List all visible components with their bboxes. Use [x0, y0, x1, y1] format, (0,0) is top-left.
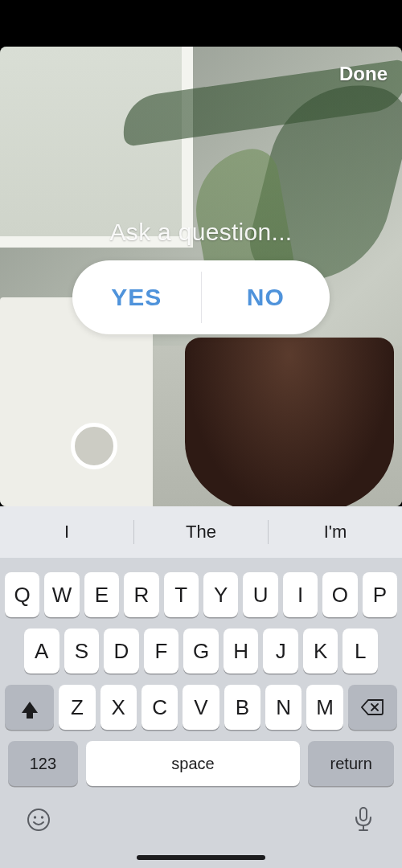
backspace-icon	[361, 699, 384, 715]
suggestion-item[interactable]: I'm	[269, 522, 402, 542]
key-x[interactable]: X	[100, 685, 137, 730]
key-y[interactable]: Y	[203, 572, 238, 617]
return-key[interactable]: return	[308, 741, 394, 786]
shift-key[interactable]	[5, 685, 54, 730]
suggestion-item[interactable]: The	[134, 522, 268, 542]
poll-sticker[interactable]: YES NO	[72, 260, 330, 334]
emoji-icon	[26, 807, 51, 833]
poll-question-input[interactable]: Ask a question...	[0, 219, 402, 246]
key-r[interactable]: R	[124, 572, 158, 617]
suggestion-bar: I The I'm	[0, 506, 402, 558]
done-button[interactable]: Done	[339, 63, 388, 85]
key-d[interactable]: D	[104, 628, 139, 674]
svg-point-2	[41, 816, 43, 818]
suggestion-item[interactable]: I	[0, 522, 133, 542]
key-u[interactable]: U	[243, 572, 277, 617]
key-t[interactable]: T	[164, 572, 199, 617]
key-i[interactable]: I	[283, 572, 318, 617]
key-v[interactable]: V	[183, 685, 219, 730]
key-k[interactable]: K	[303, 628, 338, 674]
key-h[interactable]: H	[224, 628, 259, 674]
home-indicator[interactable]	[137, 855, 265, 860]
backspace-key[interactable]	[348, 685, 397, 730]
key-b[interactable]: B	[224, 685, 260, 730]
color-picker-ring[interactable]	[71, 423, 117, 469]
key-a[interactable]: A	[24, 628, 59, 674]
key-g[interactable]: G	[183, 628, 219, 674]
key-f[interactable]: F	[144, 628, 179, 674]
keyboard-utility-row	[0, 796, 402, 844]
numeric-key[interactable]: 123	[8, 741, 78, 786]
key-c[interactable]: C	[142, 685, 178, 730]
key-s[interactable]: S	[64, 628, 100, 674]
poll-option-no[interactable]: NO	[202, 260, 330, 334]
svg-point-1	[34, 816, 36, 818]
poll-option-yes[interactable]: YES	[72, 260, 201, 334]
microphone-icon	[353, 806, 374, 833]
key-e[interactable]: E	[84, 572, 119, 617]
key-q[interactable]: Q	[5, 572, 39, 617]
keyboard-row-1: Q W E R T Y U I O P	[0, 572, 402, 617]
keyboard-row-2: A S D F G H J K L	[0, 628, 402, 674]
key-l[interactable]: L	[343, 628, 378, 674]
space-key[interactable]: space	[86, 741, 301, 786]
key-p[interactable]: P	[363, 572, 397, 617]
keyboard: I The I'm Q W E R T Y U I O P A S D F G …	[0, 506, 402, 868]
keyboard-row-3: Z X C V B N M	[0, 685, 402, 730]
screen: Done Ask a question... YES NO I The I'm …	[0, 0, 402, 868]
key-w[interactable]: W	[44, 572, 79, 617]
key-m[interactable]: M	[306, 685, 343, 730]
key-j[interactable]: J	[263, 628, 298, 674]
key-o[interactable]: O	[322, 572, 357, 617]
emoji-button[interactable]	[23, 804, 55, 836]
bg-pot	[185, 338, 394, 506]
key-z[interactable]: Z	[59, 685, 95, 730]
shift-icon	[22, 702, 38, 713]
bg-window	[0, 47, 193, 248]
keyboard-row-4: 123 space return	[0, 741, 402, 786]
story-camera-area: Done Ask a question... YES NO	[0, 47, 402, 506]
dictation-button[interactable]	[347, 804, 379, 836]
key-n[interactable]: N	[265, 685, 302, 730]
svg-rect-3	[360, 808, 367, 821]
svg-point-0	[28, 809, 49, 830]
